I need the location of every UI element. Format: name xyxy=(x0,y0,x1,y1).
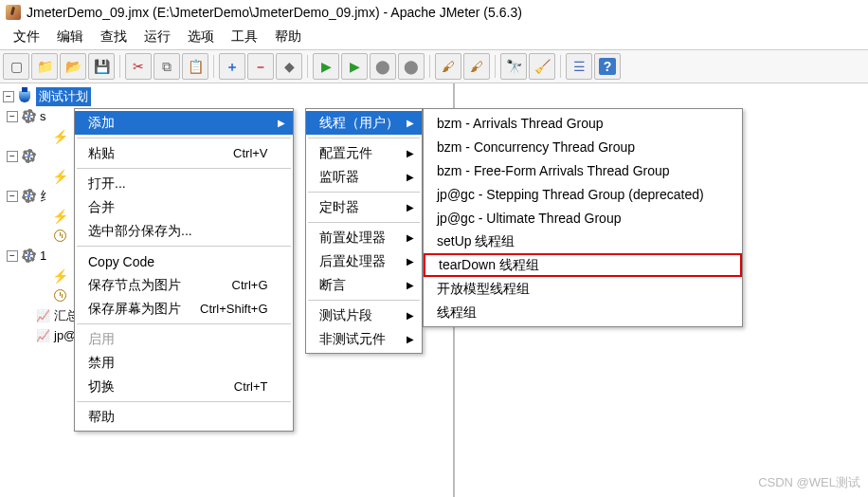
tree-root-label[interactable]: 测试计划 xyxy=(36,87,91,106)
copy-icon[interactable]: ⧉ xyxy=(154,53,180,80)
clear-icon[interactable]: 🖌 xyxy=(435,53,461,80)
tree-toggle[interactable]: − xyxy=(7,111,18,122)
thread-submenu-item[interactable]: tearDown 线程组 xyxy=(424,253,742,277)
add-submenu-item[interactable]: 非测试元件▶ xyxy=(306,327,422,351)
templates-icon[interactable]: 📁 xyxy=(31,53,58,80)
bolt-icon: ⚡ xyxy=(52,129,67,144)
menu-5[interactable]: 工具 xyxy=(224,27,265,47)
gear-icon xyxy=(21,248,36,264)
menu-item-label: 线程（用户） xyxy=(319,115,399,132)
context-menu-item[interactable]: 粘贴Ctrl+V xyxy=(75,141,293,165)
context-menu[interactable]: 添加▶粘贴Ctrl+V打开...合并选中部分保存为...Copy Code保存节… xyxy=(74,108,294,432)
tree-toggle[interactable]: − xyxy=(7,250,18,262)
thread-submenu-item[interactable]: jp@gc - Stepping Thread Group (deprecate… xyxy=(424,182,742,206)
toolbar-separator xyxy=(307,55,308,78)
paste-icon: 📋 xyxy=(188,60,204,73)
menu-item-label: 开放模型线程组 xyxy=(437,281,530,298)
menu-0[interactable]: 文件 xyxy=(6,27,47,47)
context-menu-item[interactable]: 打开... xyxy=(75,172,293,195)
search-icon[interactable]: 🔭 xyxy=(500,53,527,80)
chevron-right-icon: ▶ xyxy=(407,148,414,158)
context-menu-item[interactable]: 合并 xyxy=(75,195,293,219)
context-menu-item[interactable]: 保存节点为图片Ctrl+G xyxy=(75,273,293,297)
context-menu-item[interactable]: 禁用 xyxy=(75,351,293,375)
collapse-icon[interactable]: － xyxy=(247,53,274,80)
save-icon[interactable]: 💾 xyxy=(88,53,115,80)
flask-icon xyxy=(17,89,32,104)
thread-submenu-item[interactable]: jp@gc - Ultimate Thread Group xyxy=(424,206,742,230)
tree-item-label[interactable]: 纟 xyxy=(40,188,52,205)
tree-toggle[interactable]: − xyxy=(3,91,14,102)
menu-shortcut: Ctrl+V xyxy=(214,146,267,160)
add-submenu-item[interactable]: 监听器▶ xyxy=(306,165,422,189)
menu-item-label: 前置处理器 xyxy=(319,230,386,247)
chevron-right-icon: ▶ xyxy=(407,310,414,321)
menu-item-label: 非测试元件 xyxy=(319,331,386,348)
tree-item-label[interactable]: 1 xyxy=(40,248,46,263)
context-menu-item[interactable]: 添加▶ xyxy=(75,111,293,135)
thread-submenu-item[interactable]: 线程组 xyxy=(424,301,742,324)
menu-2[interactable]: 查找 xyxy=(93,27,135,47)
cut-icon[interactable]: ✂ xyxy=(125,53,152,80)
clear-all-icon[interactable]: 🖌 xyxy=(463,53,490,80)
toolbar-separator xyxy=(560,55,561,78)
chevron-right-icon: ▶ xyxy=(407,334,414,344)
expand-icon[interactable]: ＋ xyxy=(219,53,245,80)
toggle-icon[interactable]: ◆ xyxy=(276,53,302,80)
menu-shortcut: Ctrl+G xyxy=(213,278,268,292)
start-icon: ▶ xyxy=(321,60,332,73)
thread-submenu-item[interactable]: bzm - Concurrency Thread Group xyxy=(424,135,742,158)
menu-3[interactable]: 运行 xyxy=(136,27,178,47)
add-submenu-item[interactable]: 配置元件▶ xyxy=(306,141,422,165)
add-submenu-item[interactable]: 定时器▶ xyxy=(306,195,422,219)
clock-icon xyxy=(52,229,67,244)
reset-search-icon[interactable]: 🧹 xyxy=(529,53,555,80)
open-icon[interactable]: 📂 xyxy=(60,53,86,80)
context-menu-item[interactable]: Copy Code xyxy=(75,249,293,273)
context-menu-item[interactable]: 帮助 xyxy=(75,405,293,429)
toolbar: ▢📁📂💾✂⧉📋＋－◆▶▶⬤⬤🖌🖌🔭🧹☰? xyxy=(0,49,868,83)
context-menu-item[interactable]: 保存屏幕为图片Ctrl+Shift+G xyxy=(75,297,293,321)
tree-toggle[interactable]: − xyxy=(7,151,18,162)
bolt-icon: ⚡ xyxy=(52,268,67,284)
bolt-icon: ⚡ xyxy=(52,209,67,224)
thread-submenu-item[interactable]: setUp 线程组 xyxy=(424,230,742,253)
add-submenu-item[interactable]: 后置处理器▶ xyxy=(306,249,422,273)
menu-item-label: 添加 xyxy=(88,115,115,132)
new-file-icon[interactable]: ▢ xyxy=(3,53,29,80)
tree-item-label[interactable]: s xyxy=(40,109,46,123)
tree-toggle[interactable]: − xyxy=(7,191,18,202)
menu-6[interactable]: 帮助 xyxy=(267,27,309,47)
add-submenu-item[interactable]: 前置处理器▶ xyxy=(306,226,422,249)
thread-submenu-item[interactable]: bzm - Arrivals Thread Group xyxy=(424,111,742,135)
start-no-timers-icon[interactable]: ▶ xyxy=(341,53,368,80)
stop-icon: ⬤ xyxy=(375,60,390,73)
threads-submenu[interactable]: bzm - Arrivals Thread Groupbzm - Concurr… xyxy=(423,108,743,327)
context-menu-item[interactable]: 切换Ctrl+T xyxy=(75,375,293,398)
menu-item-label: 断言 xyxy=(319,277,346,294)
help-icon[interactable]: ? xyxy=(594,53,621,80)
toolbar-separator xyxy=(429,55,430,78)
menu-item-label: 帮助 xyxy=(88,409,115,426)
menu-separator xyxy=(308,222,420,223)
add-submenu-item[interactable]: 线程（用户）▶ xyxy=(306,111,422,135)
paste-icon[interactable]: 📋 xyxy=(182,53,208,80)
thread-submenu-item[interactable]: 开放模型线程组 xyxy=(424,277,742,301)
add-submenu-item[interactable]: 断言▶ xyxy=(306,273,422,297)
context-menu-item[interactable]: 选中部分保存为... xyxy=(75,219,293,243)
collapse-icon: － xyxy=(254,60,267,73)
menu-4[interactable]: 选项 xyxy=(180,27,222,47)
menu-1[interactable]: 编辑 xyxy=(49,27,91,47)
thread-submenu-item[interactable]: bzm - Free-Form Arrivals Thread Group xyxy=(424,158,742,182)
menu-separator xyxy=(77,246,291,247)
window-title: JmeterDemo_09.jmx (E:\JmeterDemo\JmeterD… xyxy=(27,5,522,20)
help-icon: ? xyxy=(599,58,616,75)
function-helper-icon[interactable]: ☰ xyxy=(566,53,592,80)
add-submenu-item[interactable]: 测试片段▶ xyxy=(306,304,422,327)
add-submenu[interactable]: 线程（用户）▶配置元件▶监听器▶定时器▶前置处理器▶后置处理器▶断言▶测试片段▶… xyxy=(305,108,423,354)
shutdown-icon[interactable]: ⬤ xyxy=(398,53,425,80)
stop-icon[interactable]: ⬤ xyxy=(370,53,396,80)
start-icon[interactable]: ▶ xyxy=(313,53,339,80)
search-icon: 🔭 xyxy=(506,60,522,73)
shutdown-icon: ⬤ xyxy=(404,60,419,73)
